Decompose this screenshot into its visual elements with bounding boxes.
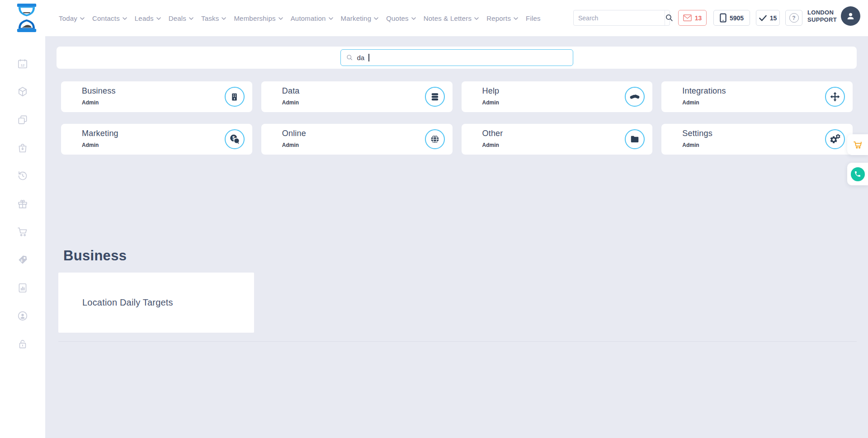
category-card-online[interactable]: Online Admin [261,124,453,155]
category-title: Online [282,129,306,138]
phone-circle [851,167,865,181]
sidebar-item-reports[interactable] [17,282,29,294]
sidebar-item-security[interactable] [17,338,29,350]
category-subtitle: Admin [682,99,699,106]
nav-item-contacts[interactable]: Contacts [92,14,127,22]
phone-icon [854,170,861,178]
main-nav: Today Contacts Leads Deals Tasks Members… [59,0,541,36]
category-card-integrations[interactable]: Integrations Admin [661,81,853,112]
cart-icon [853,140,863,150]
result-title: Location Daily Targets [82,297,173,308]
text-caret [368,54,369,61]
category-icon-circle: $ [225,129,245,149]
phone-button[interactable] [847,163,868,185]
category-icon-circle [825,87,845,107]
nav-item-files[interactable]: Files [526,14,541,22]
tasks-badge[interactable]: 15 [756,10,780,26]
module-search-input[interactable]: da [340,49,573,66]
category-title: Settings [682,129,712,138]
category-title: Help [482,86,500,96]
category-icon-circle [425,87,445,107]
search-icon [346,54,353,61]
search-icon [665,14,674,22]
chevron-down-icon [514,17,518,20]
building-icon [230,92,239,102]
lock-icon [17,338,28,350]
chevron-down-icon [474,17,479,20]
phone-badge[interactable]: 5905 [713,10,750,26]
svg-text:$: $ [21,259,23,263]
category-subtitle: Admin [82,99,99,106]
chevron-down-icon [189,17,193,20]
category-card-data[interactable]: Data Admin [261,81,453,112]
app-root: Today Contacts Leads Deals Tasks Members… [0,0,868,438]
category-card-business[interactable]: Business Admin [61,81,252,112]
sidebar-item-products[interactable] [17,86,29,98]
nav-item-marketing[interactable]: Marketing [341,14,379,22]
sidebar-item-duplicates[interactable] [17,114,29,126]
gears-icon [829,134,841,145]
category-title: Data [282,86,300,96]
nav-item-deals[interactable]: Deals [169,14,193,22]
database-icon [430,92,440,102]
category-card-settings[interactable]: Settings Admin [661,124,853,155]
chevron-down-icon [278,17,283,20]
sidebar-item-orders[interactable] [17,142,29,154]
module-search-panel: da [57,47,857,69]
category-card-help[interactable]: Help Admin [462,81,653,112]
chevron-down-icon [411,17,416,20]
category-subtitle: Admin [82,142,99,148]
person-icon [845,11,856,21]
cart-icon [17,226,28,238]
nav-item-reports[interactable]: Reports [486,14,518,22]
nav-item-today[interactable]: Today [59,14,85,22]
sidebar-item-pricing[interactable]: $ [17,254,29,266]
nav-item-leads[interactable]: Leads [135,14,161,22]
user-circle-icon [17,310,28,322]
svg-text:12: 12 [21,63,24,67]
category-title: Marketing [82,129,118,138]
category-card-other[interactable]: Other Admin [462,124,653,155]
category-icon-circle [225,87,245,107]
hourglass-logo[interactable] [14,4,40,32]
category-title: Other [482,129,503,138]
category-subtitle: Admin [482,99,499,106]
nav-item-tasks[interactable]: Tasks [201,14,226,22]
mobile-icon [720,13,726,23]
sidebar-item-gifts[interactable] [17,198,29,210]
sidebar-item-calendar[interactable]: 12 [17,58,29,70]
global-search [573,10,670,26]
top-header: Today Contacts Leads Deals Tasks Members… [0,0,868,36]
category-card-marketing[interactable]: Marketing Admin $ [61,124,252,155]
admin-category-grid: Business Admin Data Admin Help Admin Int… [61,81,853,155]
profile-menu[interactable]: LONDON SUPPORT [807,6,860,26]
section-heading: Business [63,248,127,264]
result-card-location-daily-targets[interactable]: Location Daily Targets [58,273,254,333]
nav-item-notes-letters[interactable]: Notes & Letters [424,14,479,22]
nav-item-memberships[interactable]: Memberships [234,14,283,22]
report-icon [17,282,28,294]
nav-item-automation[interactable]: Automation [291,14,333,22]
category-subtitle: Admin [482,142,499,148]
sidebar-item-history[interactable] [17,170,29,182]
tasks-count: 15 [770,14,777,22]
mail-count: 13 [695,14,702,22]
handshake-icon [629,91,640,102]
chevron-down-icon [374,17,378,20]
sidebar-item-cart[interactable] [17,226,29,238]
help-button[interactable]: ? [785,10,802,26]
sidebar-item-account[interactable] [17,310,29,322]
avatar[interactable] [841,6,860,26]
move-icon [830,91,840,102]
category-title: Integrations [682,86,726,96]
module-search-value: da [357,54,365,61]
global-search-input[interactable] [574,10,665,25]
nav-item-quotes[interactable]: Quotes [386,14,416,22]
chevron-down-icon [123,17,127,20]
user-name: LONDON SUPPORT [807,9,837,24]
main-content: da Business Admin Data Admin Help Admin … [45,36,868,438]
search-submit-button[interactable] [665,10,674,25]
mail-badge[interactable]: 13 [678,10,707,26]
category-subtitle: Admin [682,142,699,148]
cart-button[interactable] [847,134,868,155]
